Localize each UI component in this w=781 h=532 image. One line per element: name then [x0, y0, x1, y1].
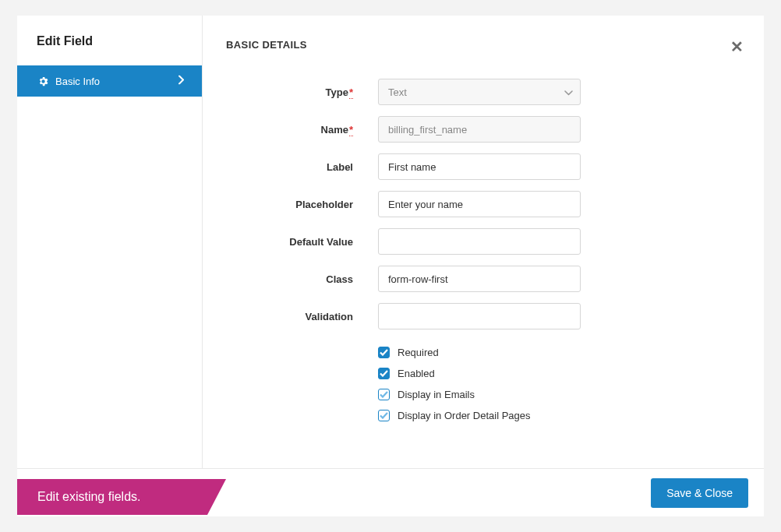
caption-text: Edit existing fields.: [37, 490, 141, 504]
main-area: Edit Field Basic Info ✕ BASIC DETAILS Ty…: [17, 16, 764, 468]
checkbox-label-order: Display in Order Detail Pages: [398, 410, 531, 421]
label-validation: Validation: [226, 311, 378, 322]
label-input[interactable]: [378, 153, 581, 180]
checkbox-group: Required Enabled Display in Emails: [226, 347, 740, 421]
field-type-wrap: [378, 79, 581, 105]
validation-input[interactable]: [378, 303, 581, 329]
row-validation: Validation: [226, 303, 740, 329]
default-input[interactable]: [378, 228, 581, 255]
label-class: Class: [226, 273, 378, 285]
label-default: Default Value: [226, 236, 378, 248]
caption-banner: Edit existing fields.: [17, 479, 207, 515]
sidebar: Edit Field Basic Info: [17, 16, 203, 468]
row-check-order: Display in Order Detail Pages: [378, 410, 740, 421]
row-check-emails: Display in Emails: [378, 389, 740, 400]
checkbox-enabled[interactable]: [378, 368, 390, 379]
class-input[interactable]: [378, 266, 581, 292]
label-placeholder: Placeholder: [226, 199, 378, 210]
row-name: Name*: [226, 116, 740, 143]
nav-item-basic-info[interactable]: Basic Info: [17, 65, 202, 97]
row-check-enabled: Enabled: [378, 368, 740, 379]
type-select[interactable]: [378, 79, 581, 105]
sidebar-title: Edit Field: [37, 34, 182, 48]
checkbox-display-emails[interactable]: [378, 389, 390, 400]
checkbox-label-required: Required: [398, 347, 439, 358]
label-label: Label: [226, 161, 378, 173]
label-name: Name*: [226, 124, 378, 136]
row-label: Label: [226, 153, 740, 180]
close-icon[interactable]: ✕: [730, 37, 744, 56]
checkbox-label-emails: Display in Emails: [398, 389, 475, 400]
sidebar-header: Edit Field: [17, 16, 202, 65]
placeholder-input[interactable]: [378, 191, 581, 217]
checkbox-label-enabled: Enabled: [398, 368, 435, 379]
name-input[interactable]: [378, 116, 581, 143]
edit-field-modal: Edit Field Basic Info ✕ BASIC DETAILS Ty…: [17, 16, 764, 516]
section-title: BASIC DETAILS: [226, 39, 740, 51]
row-default: Default Value: [226, 228, 740, 255]
row-placeholder: Placeholder: [226, 191, 740, 217]
row-type: Type*: [226, 79, 740, 105]
save-close-button[interactable]: Save & Close: [651, 478, 748, 508]
nav-item-label: Basic Info: [55, 76, 100, 87]
row-check-required: Required: [378, 347, 740, 358]
chevron-right-icon: [178, 76, 185, 87]
gear-icon: [37, 76, 49, 87]
label-type: Type*: [226, 86, 378, 98]
content-panel: ✕ BASIC DETAILS Type* N: [203, 16, 764, 468]
checkbox-required[interactable]: [378, 347, 390, 358]
form-rows: Type* Name*: [226, 79, 740, 421]
row-class: Class: [226, 266, 740, 292]
checkbox-display-order[interactable]: [378, 410, 390, 421]
